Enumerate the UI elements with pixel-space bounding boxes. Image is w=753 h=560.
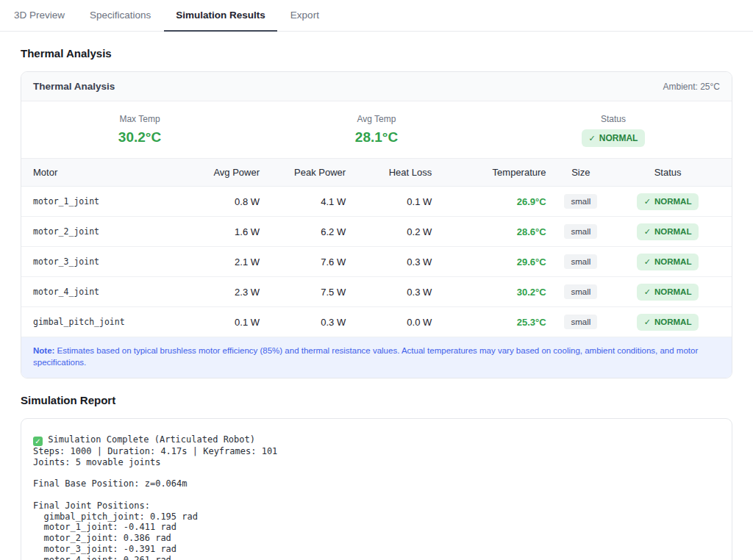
size-cell: small [552,315,610,329]
heat-loss-value: 0.3 W [351,256,432,268]
overall-status-badge: ✓NORMAL [582,129,646,147]
temperature-value: 28.6°C [438,226,546,237]
stat-status: Status ✓NORMAL [495,114,732,147]
stat-status-label: Status [495,114,732,124]
size-cell: small [552,284,610,299]
thermal-table-header: Motor Avg Power Peak Power Heat Loss Tem… [21,158,732,187]
report-headline: Simulation Complete (Articulated Robot) [43,434,255,445]
temperature-value: 25.3°C [438,317,546,328]
status-badge: ✓NORMAL [637,284,699,301]
col-header-motor: Motor [33,167,174,178]
size-badge: small [564,254,597,269]
motor-name: motor_1_joint [33,196,174,207]
stat-max-temp-label: Max Temp [21,114,258,124]
heat-loss-value: 0.3 W [351,287,432,298]
table-row-motor-3: motor_3_joint 2.1 W 7.6 W 0.3 W 29.6°C s… [21,247,732,277]
table-row-motor-4: motor_4_joint 2.3 W 7.5 W 0.3 W 30.2°C s… [21,277,732,307]
thermal-card-header: Thermal Analysis Ambient: 25°C [21,72,732,101]
thermal-summary-stats: Max Temp 30.2°C Avg Temp 28.1°C Status ✓… [21,101,732,158]
stat-avg-temp: Avg Temp 28.1°C [258,114,495,147]
status-badge: ✓NORMAL [637,223,699,240]
motor-name: motor_4_joint [33,287,174,297]
thermal-section-title: Thermal Analysis [21,47,732,60]
simulation-report-card: ✓ Simulation Complete (Articulated Robot… [21,418,732,560]
col-header-status: Status [615,167,720,178]
report-section-title: Simulation Report [21,394,732,406]
stat-max-temp-value: 30.2°C [21,129,258,146]
peak-power-value: 7.5 W [265,287,346,298]
simulation-report-text: ✓ Simulation Complete (Articulated Robot… [21,419,732,560]
size-badge: small [564,315,597,329]
col-header-avg-power: Avg Power [179,167,260,178]
stat-max-temp: Max Temp 30.2°C [21,114,258,147]
table-row-motor-2: motor_2_joint 1.6 W 6.2 W 0.2 W 28.6°C s… [21,217,732,247]
tab-specifications[interactable]: Specifications [78,0,163,32]
table-row-gimbal-pitch: gimbal_pitch_joint 0.1 W 0.3 W 0.0 W 25.… [21,307,732,337]
note-label: Note: [33,346,54,355]
status-badge: ✓NORMAL [637,193,699,210]
motor-name: motor_2_joint [33,226,174,237]
size-cell: small [552,194,610,209]
motor-name: motor_3_joint [33,256,174,267]
status-cell: ✓NORMAL [615,223,720,240]
status-badge: ✓NORMAL [637,254,699,270]
status-text: NORMAL [654,317,691,326]
size-badge: small [564,284,597,299]
report-body: Steps: 1000 | Duration: 4.17s | Keyframe… [33,446,277,560]
check-icon: ✓ [589,134,596,143]
thermal-card-title: Thermal Analysis [33,81,115,92]
col-header-heat-loss: Heat Loss [351,167,432,178]
status-cell: ✓NORMAL [615,254,720,270]
avg-power-value: 0.1 W [179,317,260,328]
temperature-value: 29.6°C [438,256,546,268]
thermal-note: Note: Estimates based on typical brushle… [21,337,732,378]
check-emoji-icon: ✓ [33,437,43,446]
temperature-value: 30.2°C [438,287,546,298]
avg-power-value: 1.6 W [179,226,260,237]
status-text: NORMAL [654,197,691,206]
size-cell: small [552,254,610,269]
tab-3d-preview[interactable]: 3D Preview [2,0,76,32]
col-header-peak-power: Peak Power [265,167,346,178]
heat-loss-value: 0.2 W [351,226,432,237]
avg-power-value: 2.1 W [179,256,260,268]
check-icon: ✓ [644,197,651,207]
temperature-value: 26.9°C [438,196,546,207]
tab-simulation-results[interactable]: Simulation Results [164,0,277,32]
peak-power-value: 7.6 W [265,256,346,268]
thermal-analysis-card: Thermal Analysis Ambient: 25°C Max Temp … [21,71,732,378]
check-icon: ✓ [644,257,651,267]
overall-status-text: NORMAL [599,133,638,143]
table-row-motor-1: motor_1_joint 0.8 W 4.1 W 0.1 W 26.9°C s… [21,187,732,217]
col-header-size: Size [552,167,610,178]
tab-bar: 3D Preview Specifications Simulation Res… [0,0,753,32]
status-text: NORMAL [654,227,691,236]
peak-power-value: 4.1 W [265,196,346,207]
check-icon: ✓ [644,317,651,327]
size-badge: small [564,224,597,239]
note-text: Estimates based on typical brushless mot… [33,346,698,367]
status-cell: ✓NORMAL [615,284,720,301]
motor-name: gimbal_pitch_joint [33,317,174,327]
avg-power-value: 2.3 W [179,287,260,298]
tab-export[interactable]: Export [279,0,331,32]
status-text: NORMAL [654,257,691,266]
peak-power-value: 0.3 W [265,317,346,328]
check-icon: ✓ [644,287,651,297]
status-cell: ✓NORMAL [615,193,720,210]
stat-avg-temp-label: Avg Temp [258,114,495,124]
peak-power-value: 6.2 W [265,226,346,237]
status-text: NORMAL [654,287,691,296]
avg-power-value: 0.8 W [179,196,260,207]
check-icon: ✓ [644,227,651,237]
status-badge: ✓NORMAL [637,314,699,331]
heat-loss-value: 0.0 W [351,317,432,328]
size-badge: small [564,194,597,209]
size-cell: small [552,224,610,239]
status-cell: ✓NORMAL [615,314,720,331]
ambient-temperature-label: Ambient: 25°C [663,82,720,92]
stat-avg-temp-value: 28.1°C [258,129,495,146]
heat-loss-value: 0.1 W [351,196,432,207]
main-content: Thermal Analysis Thermal Analysis Ambien… [0,47,753,560]
col-header-temperature: Temperature [438,167,546,178]
